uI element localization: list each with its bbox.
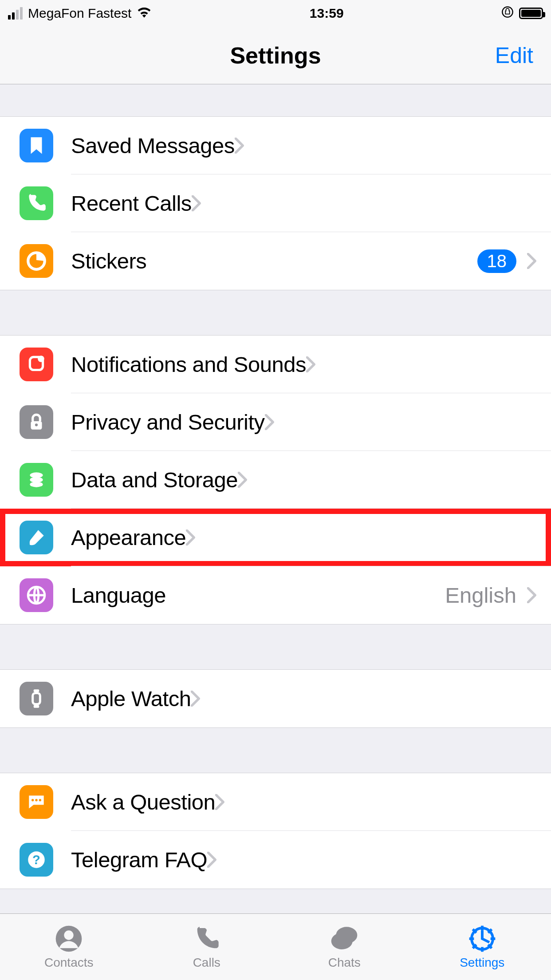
sticker-icon [20,244,53,278]
row-saved-messages[interactable]: Saved Messages [0,117,551,174]
row-label: Data and Storage [71,467,238,492]
page-title: Settings [230,42,321,69]
chevron-right-icon [527,253,537,269]
phone-icon [20,186,53,220]
tab-contacts-icon [53,925,84,953]
row-appearance[interactable]: Appearance [0,509,551,566]
row-label: Saved Messages [71,133,235,158]
battery-icon [519,8,543,19]
row-apple-watch[interactable]: Apple Watch [0,670,551,727]
clock: 13:59 [310,6,344,21]
tab-label: Contacts [44,956,94,970]
row-label: Ask a Question [71,790,215,814]
chevron-right-icon [527,587,537,603]
chevron-right-icon [192,195,201,211]
row-privacy[interactable]: Privacy and Security [0,393,551,451]
storage-icon [20,463,53,497]
settings-list[interactable]: Saved MessagesRecent CallsStickers18Noti… [0,84,551,913]
chevron-right-icon [191,691,201,707]
chat-icon [20,785,53,819]
tab-settings-icon [467,925,498,953]
row-recent-calls[interactable]: Recent Calls [0,174,551,232]
status-bar: MegaFon Fastest 13:59 [0,0,551,27]
nav-bar: Settings Edit [0,27,551,84]
row-notifications[interactable]: Notifications and Sounds [0,336,551,393]
watch-icon [20,682,53,715]
row-label: Recent Calls [71,191,192,216]
row-label: Notifications and Sounds [71,352,306,377]
chevron-right-icon [215,794,225,810]
tab-bar: ContactsCallsChatsSettings [0,913,551,980]
tab-chats[interactable]: Chats [276,914,413,980]
row-label: Stickers [71,249,146,273]
row-ask-question[interactable]: Ask a Question [0,773,551,831]
bookmark-icon [20,129,53,162]
brush-icon [20,521,53,554]
chevron-right-icon [265,414,275,430]
row-language[interactable]: LanguageEnglish [0,566,551,624]
wifi-icon [137,6,152,21]
row-label: Appearance [71,525,186,550]
row-label: Telegram FAQ [71,847,207,872]
row-label: Apple Watch [71,686,191,711]
badge: 18 [477,249,517,273]
tab-calls-icon [191,925,222,953]
lock-icon [20,405,53,439]
chevron-right-icon [186,530,196,545]
row-data-storage[interactable]: Data and Storage [0,451,551,509]
row-label: Language [71,583,166,608]
chevron-right-icon [238,472,248,488]
tab-label: Settings [460,956,504,970]
signal-strength-icon [8,7,23,20]
edit-button[interactable]: Edit [495,43,533,68]
tab-settings[interactable]: Settings [413,914,551,980]
chevron-right-icon [306,356,316,372]
help-icon [20,843,53,877]
row-label: Privacy and Security [71,410,265,435]
carrier-label: MegaFon Fastest [28,6,131,21]
row-detail: English [445,583,516,608]
chevron-right-icon [235,138,244,154]
tab-label: Calls [193,956,220,970]
bell-icon [20,348,53,381]
tab-chats-icon [329,925,360,953]
tab-label: Chats [328,956,361,970]
row-telegram-faq[interactable]: Telegram FAQ [0,831,551,889]
tab-calls[interactable]: Calls [138,914,276,980]
row-stickers[interactable]: Stickers18 [0,232,551,290]
tab-contacts[interactable]: Contacts [0,914,138,980]
chevron-right-icon [207,852,217,868]
globe-icon [20,578,53,612]
orientation-lock-icon [501,6,514,21]
